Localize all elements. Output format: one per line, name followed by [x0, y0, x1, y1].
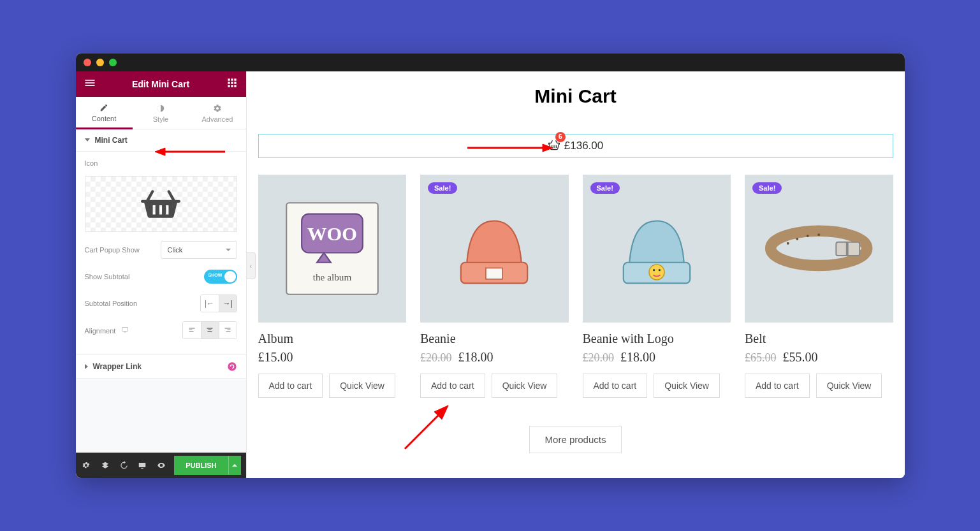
basket-icon	[139, 185, 182, 222]
icon-preview[interactable]	[85, 176, 237, 232]
svg-rect-16	[189, 330, 192, 330]
quick-view-button[interactable]: Quick View	[816, 374, 882, 398]
quick-view-button[interactable]: Quick View	[654, 374, 720, 398]
add-to-cart-button[interactable]: Add to cart	[420, 374, 485, 398]
alignment-group	[182, 321, 237, 339]
mini-cart-widget[interactable]: 6 £136.00	[258, 134, 893, 158]
svg-rect-3	[228, 78, 230, 80]
belt-illustration-icon	[763, 217, 874, 279]
svg-rect-21	[225, 328, 231, 328]
editor-canvas: Mini Cart 6 £136.00	[247, 71, 905, 478]
app-window: Edit Mini Cart Content Style Advanced	[76, 54, 905, 478]
navigator-icon[interactable]	[99, 459, 110, 472]
product-image[interactable]: Sale!	[745, 175, 893, 323]
svg-text:WOO: WOO	[307, 222, 357, 244]
history-icon[interactable]	[118, 459, 129, 472]
svg-rect-19	[208, 330, 212, 330]
svg-point-44	[796, 238, 798, 240]
add-to-cart-button[interactable]: Add to cart	[258, 374, 323, 398]
quick-view-button[interactable]: Quick View	[329, 374, 395, 398]
subtotal-position-label: Subtotal Position	[85, 300, 138, 307]
sale-badge: Sale!	[428, 182, 457, 194]
product-price: £55.00	[783, 350, 818, 365]
section-mini-cart[interactable]: Mini Cart	[76, 129, 246, 152]
sidebar-title: Edit Mini Cart	[96, 79, 226, 89]
publish-button[interactable]: PUBLISH	[174, 456, 228, 475]
svg-point-45	[807, 235, 809, 237]
sidebar-footer: PUBLISH	[76, 453, 246, 478]
grid-icon[interactable]	[226, 76, 238, 92]
product-image[interactable]: WOO the album	[258, 175, 407, 323]
close-window-icon[interactable]	[84, 59, 91, 66]
preview-icon[interactable]	[156, 459, 166, 472]
svg-rect-1	[85, 82, 94, 84]
chevron-right-icon	[85, 364, 88, 369]
svg-rect-23	[226, 331, 231, 331]
product-price: £15.00	[258, 350, 293, 365]
tab-content[interactable]: Content	[76, 97, 133, 129]
product-grid: WOO the album Album £15.00 Add to cart Q…	[258, 175, 893, 398]
collapse-handle[interactable]: ‹	[247, 252, 256, 279]
editor-tabs: Content Style Advanced	[76, 97, 246, 129]
add-to-cart-button[interactable]: Add to cart	[583, 374, 648, 398]
align-center[interactable]	[201, 322, 219, 338]
align-right[interactable]	[219, 322, 237, 338]
more-products-button[interactable]: More products	[529, 426, 622, 453]
product-old-price: £20.00	[583, 351, 615, 365]
svg-rect-8	[234, 82, 236, 84]
product-card: WOO the album Album £15.00 Add to cart Q…	[258, 175, 407, 398]
subtotal-position-left[interactable]: |←	[201, 295, 219, 312]
align-left[interactable]	[183, 322, 201, 338]
product-old-price: £20.00	[420, 351, 452, 365]
chevron-down-icon	[85, 138, 90, 142]
product-name: Album	[258, 331, 407, 346]
svg-point-43	[787, 242, 789, 245]
tab-style[interactable]: Style	[133, 97, 189, 129]
svg-rect-26	[141, 468, 143, 469]
tab-advanced[interactable]: Advanced	[189, 97, 246, 129]
window-titlebar	[76, 54, 905, 71]
svg-point-38	[653, 269, 655, 271]
responsive-mode-icon[interactable]	[137, 459, 148, 472]
svg-point-24	[228, 362, 236, 370]
product-name: Beanie with Logo	[583, 331, 731, 346]
svg-rect-20	[208, 331, 212, 331]
product-price: £18.00	[620, 350, 655, 365]
cart-popup-show-select[interactable]: Click	[161, 241, 237, 259]
svg-rect-35	[486, 268, 502, 279]
product-price: £18.00	[458, 350, 494, 365]
add-to-cart-button[interactable]: Add to cart	[745, 374, 810, 398]
subtotal-position-right[interactable]: →|	[219, 295, 237, 312]
product-card: Sale! Belt £65.00 £55.00	[745, 175, 893, 398]
show-subtotal-toggle[interactable]: SHOW	[204, 270, 237, 284]
menu-icon[interactable]	[84, 76, 96, 92]
show-subtotal-label: Show Subtotal	[85, 273, 130, 280]
svg-rect-15	[189, 328, 194, 328]
album-illustration-icon: WOO the album	[277, 193, 388, 304]
section-mini-cart-body: Icon Cart Popup Show Click	[76, 152, 246, 347]
cart-total: £136.00	[564, 140, 603, 152]
publish-dropdown[interactable]	[228, 456, 241, 475]
product-image[interactable]: Sale!	[420, 175, 569, 323]
product-image[interactable]: Sale!	[583, 175, 731, 323]
minimize-window-icon[interactable]	[96, 59, 104, 66]
product-name: Beanie	[420, 331, 569, 346]
section-wrapper-link[interactable]: Wrapper Link	[76, 354, 246, 379]
sale-badge: Sale!	[752, 182, 782, 194]
svg-rect-25	[139, 462, 146, 467]
svg-point-37	[649, 265, 664, 280]
quick-view-button[interactable]: Quick View	[492, 374, 558, 398]
responsive-icon[interactable]	[121, 326, 129, 333]
subtotal-position-group: |← →|	[200, 295, 237, 312]
svg-rect-2	[85, 85, 94, 86]
svg-rect-9	[228, 85, 230, 87]
settings-icon[interactable]	[81, 459, 92, 472]
beanie-illustration-icon	[439, 193, 550, 304]
svg-rect-42	[846, 242, 849, 256]
maximize-window-icon[interactable]	[109, 59, 117, 66]
svg-rect-4	[231, 78, 233, 80]
svg-rect-11	[234, 85, 236, 87]
sidebar-header: Edit Mini Cart	[76, 71, 246, 97]
beanie-logo-illustration-icon	[601, 193, 712, 304]
svg-rect-7	[231, 82, 233, 84]
